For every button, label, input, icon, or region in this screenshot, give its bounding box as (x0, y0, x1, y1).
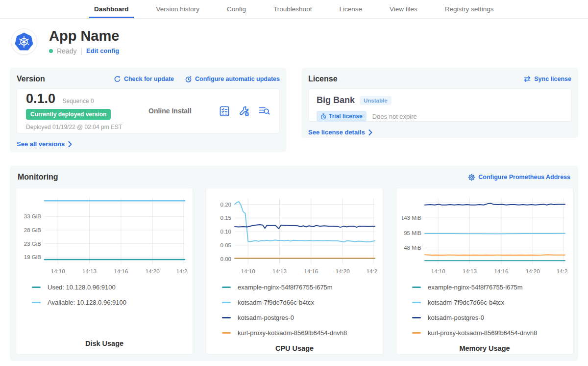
chevron-right-icon (368, 130, 372, 135)
svg-text:143 MiB: 143 MiB (402, 215, 421, 221)
configure-prometheus-link[interactable]: Configure Prometheus Address (468, 174, 570, 181)
svg-text:19 GiB: 19 GiB (24, 254, 41, 260)
cpu-usage-chart[interactable]: 0.000.050.100.150.2014:1014:1314:1614:20… (212, 194, 378, 277)
version-number: 0.1.0 (26, 91, 55, 106)
clock-update-icon (185, 76, 192, 83)
tab-registry-settings[interactable]: Registry settings (440, 0, 499, 18)
top-nav: DashboardVersion historyConfigTroublesho… (0, 0, 588, 19)
svg-text:28 GiB: 28 GiB (24, 227, 41, 233)
tab-config[interactable]: Config (222, 0, 251, 18)
svg-text:0.10: 0.10 (220, 229, 231, 235)
memory-usage-legend: example-nginx-54f8f76755-l675mkotsadm-7f… (402, 284, 567, 344)
stopwatch-icon (320, 113, 326, 120)
license-card: License Sync license Big Bank Unstable (301, 68, 578, 138)
tab-view-files[interactable]: View files (385, 0, 422, 18)
legend-label: example-nginx-54f8f76755-l675m (238, 284, 333, 291)
svg-text:14:20: 14:20 (146, 268, 160, 274)
svg-text:14:20: 14:20 (336, 268, 350, 274)
svg-text:14:23: 14:23 (176, 268, 188, 274)
svg-text:0.15: 0.15 (220, 215, 231, 221)
current-version-panel: 0.1.0 Sequence 0 Currently deployed vers… (17, 88, 280, 133)
disk-usage-chart[interactable]: 19 GiB23 GiB28 GiB33 GiB14:1014:1314:161… (22, 194, 188, 277)
chart-title: Disk Usage (22, 340, 187, 349)
deployed-timestamp: Deployed 01/19/22 @ 02:04 pm EST (26, 124, 148, 131)
svg-text:0.00: 0.00 (220, 256, 231, 262)
config-wrench-icon[interactable] (239, 105, 250, 117)
chevron-right-icon (68, 141, 72, 147)
svg-text:14:23: 14:23 (557, 268, 568, 274)
chart-title: Memory Usage (402, 344, 567, 354)
svg-text:14:10: 14:10 (51, 268, 65, 274)
edit-config-link[interactable]: Edit config (86, 47, 119, 54)
tab-version-history[interactable]: Version history (151, 0, 205, 18)
svg-text:33 GiB: 33 GiB (24, 213, 41, 219)
gear-icon (468, 174, 475, 181)
legend-swatch (222, 302, 231, 303)
svg-text:14:16: 14:16 (304, 268, 318, 274)
legend-swatch (32, 287, 41, 288)
legend-label: kotsadm-7f9dc7d66c-b4tcx (238, 299, 314, 306)
svg-text:23 GiB: 23 GiB (24, 241, 41, 247)
page-title: App Name (49, 28, 119, 43)
svg-text:14:16: 14:16 (114, 268, 128, 274)
trial-license-badge: Trial license (317, 111, 367, 122)
version-card-title: Version (17, 75, 45, 83)
legend-label: kotsadm-postgres-0 (428, 314, 484, 321)
license-customer-name: Big Bank (317, 95, 355, 105)
cpu-usage-chart-card: 0.000.050.100.150.2014:1014:1314:1614:20… (206, 188, 383, 355)
svg-text:14:13: 14:13 (82, 268, 97, 274)
tab-dashboard[interactable]: Dashboard (89, 0, 134, 18)
svg-text:14:16: 14:16 (494, 268, 509, 274)
legend-item: example-nginx-54f8f76755-l675m (222, 284, 377, 291)
monitoring-title: Monitoring (18, 173, 58, 182)
legend-item: Used: 10.128.0.96:9100 (32, 284, 187, 291)
configure-automatic-updates-link[interactable]: Configure automatic updates (185, 76, 280, 83)
sync-license-link[interactable]: Sync license (523, 76, 571, 82)
legend-swatch (412, 317, 421, 318)
legend-label: Available: 10.128.0.96:9100 (48, 299, 126, 306)
legend-label: kotsadm-postgres-0 (238, 314, 294, 321)
check-for-update-link[interactable]: Check for update (114, 76, 174, 83)
svg-text:14:10: 14:10 (241, 268, 255, 274)
see-license-details-link[interactable]: See license details (308, 129, 372, 136)
view-logs-icon[interactable] (259, 106, 270, 116)
kubernetes-icon (14, 32, 34, 52)
legend-swatch (222, 287, 231, 288)
svg-text:95 MiB: 95 MiB (404, 230, 421, 236)
legend-item: kotsadm-postgres-0 (222, 314, 377, 321)
legend-item: kurl-proxy-kotsadm-8569fb6454-dnvh8 (222, 329, 377, 337)
tab-troubleshoot[interactable]: Troubleshoot (269, 0, 317, 18)
legend-swatch (222, 317, 231, 318)
legend-label: kurl-proxy-kotsadm-8569fb6454-dnvh8 (428, 329, 537, 337)
legend-swatch (32, 302, 41, 303)
version-card: Version Check for update Configure au (10, 68, 287, 152)
disk-usage-legend: Used: 10.128.0.96:9100Available: 10.128.… (22, 284, 187, 314)
memory-usage-chart-card: 48 MiB95 MiB143 MiB14:1014:1314:1614:201… (396, 188, 573, 355)
legend-label: kurl-proxy-kotsadm-8569fb6454-dnvh8 (238, 329, 347, 337)
preflight-checks-icon[interactable] (219, 105, 230, 117)
legend-swatch (412, 287, 421, 288)
legend-item: kotsadm-postgres-0 (412, 314, 567, 321)
legend-item: kotsadm-7f9dc7d66c-b4tcx (412, 299, 567, 306)
ready-status-dot (49, 49, 53, 53)
legend-item: kotsadm-7f9dc7d66c-b4tcx (222, 299, 377, 306)
legend-swatch (222, 332, 231, 334)
tab-license[interactable]: License (334, 0, 367, 18)
license-panel: Big Bank Unstable Trial license Does not… (308, 88, 571, 122)
legend-item: kurl-proxy-kotsadm-8569fb6454-dnvh8 (412, 329, 567, 337)
legend-label: kotsadm-7f9dc7d66c-b4tcx (428, 299, 504, 306)
license-card-title: License (308, 75, 338, 83)
deployed-badge: Currently deployed version (26, 109, 111, 120)
install-type-label: Online Install (148, 107, 219, 115)
monitoring-card: Monitoring Configure Prometheus Address … (10, 166, 578, 361)
svg-text:0.05: 0.05 (220, 242, 231, 248)
legend-label: Used: 10.128.0.96:9100 (48, 284, 116, 291)
svg-text:14:23: 14:23 (367, 268, 378, 274)
version-sequence: Sequence 0 (63, 98, 94, 105)
see-all-versions-link[interactable]: See all versions (17, 140, 72, 148)
legend-item: example-nginx-54f8f76755-l675m (412, 284, 567, 291)
app-header: App Name Ready | Edit config (11, 28, 578, 55)
svg-text:14:13: 14:13 (463, 268, 477, 274)
memory-usage-chart[interactable]: 48 MiB95 MiB143 MiB14:1014:1314:1614:201… (402, 194, 568, 277)
svg-text:14:10: 14:10 (431, 268, 445, 274)
